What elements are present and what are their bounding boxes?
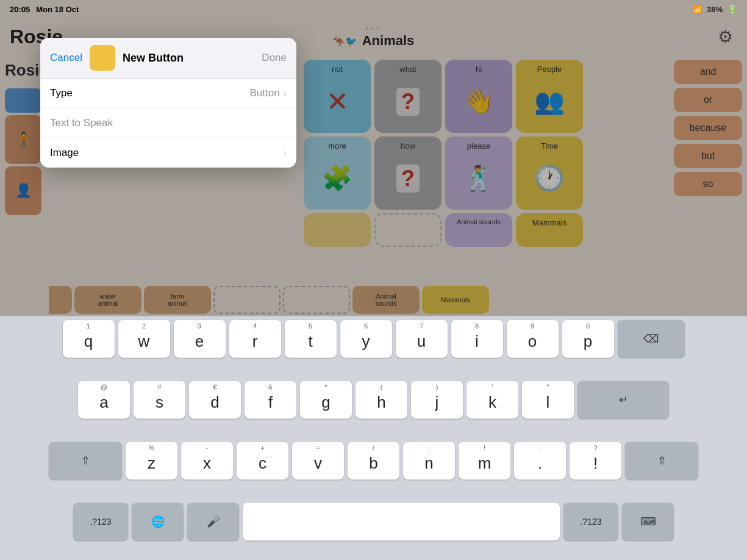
key-return[interactable]: ↵: [577, 381, 669, 419]
key-c[interactable]: +c: [237, 442, 288, 480]
key-d[interactable]: €d: [189, 381, 241, 419]
mic-icon: 🎤: [207, 515, 220, 528]
modal-title: New Button: [123, 52, 262, 65]
shift-right-icon: ⇧: [657, 454, 667, 467]
status-bar: 20:05 Mon 18 Oct 📶 38% 🔋: [0, 0, 747, 18]
key-z[interactable]: %z: [126, 442, 177, 480]
status-right: 📶 38% 🔋: [692, 5, 737, 14]
keyboard-row-3: ⇧ %z -x +c =v /b ;n !m ,. ?! ⇧: [0, 438, 747, 499]
status-time: 20:05: [10, 5, 30, 14]
key-y[interactable]: 6y: [340, 320, 392, 358]
key-a[interactable]: @a: [78, 381, 130, 419]
new-button-modal: Cancel New Button Done Type Button › Ima…: [40, 38, 296, 168]
key-l[interactable]: "l: [522, 381, 574, 419]
key-b[interactable]: /b: [348, 442, 399, 480]
keyboard-row-4: .?123 🌐 🎤 .?123 ⌨: [0, 499, 747, 560]
keyboard: 1q 2w 3e 4r 5t 6y 7u 8i 9o 0p ⌫ @a #s €d…: [0, 316, 747, 560]
key-w[interactable]: 2w: [118, 320, 170, 358]
keyboard-row-1: 1q 2w 3e 4r 5t 6y 7u 8i 9o 0p ⌫: [0, 316, 747, 377]
key-v[interactable]: =v: [292, 442, 344, 480]
num123-right-label: .?123: [580, 517, 601, 526]
type-row[interactable]: Type Button ›: [40, 79, 296, 108]
battery-text: 38%: [707, 5, 723, 14]
done-button[interactable]: Done: [262, 52, 287, 64]
key-j[interactable]: )j: [411, 381, 463, 419]
image-chevron-icon: ›: [284, 147, 287, 158]
key-i[interactable]: 8i: [451, 320, 503, 358]
key-q[interactable]: 1q: [63, 320, 115, 358]
key-n[interactable]: ;n: [403, 442, 455, 480]
num123-left-label: .?123: [90, 517, 111, 526]
globe-icon: 🌐: [151, 515, 165, 528]
battery-icon: 🔋: [727, 5, 737, 14]
key-s[interactable]: #s: [134, 381, 185, 419]
key-shift-left[interactable]: ⇧: [49, 442, 122, 480]
key-num123-left[interactable]: .?123: [73, 503, 128, 541]
color-swatch[interactable]: [90, 45, 115, 71]
key-t[interactable]: 5t: [285, 320, 337, 358]
key-m[interactable]: !m: [459, 442, 510, 480]
key-shift-right[interactable]: ⇧: [625, 442, 698, 480]
text-to-speak-row[interactable]: [40, 108, 296, 138]
key-f[interactable]: &f: [245, 381, 296, 419]
key-p[interactable]: 0p: [562, 320, 614, 358]
keyboard-row-2: @a #s €d &f *g (h )j 'k "l ↵: [0, 377, 747, 438]
key-mic[interactable]: 🎤: [187, 503, 239, 541]
image-row[interactable]: Image ›: [40, 138, 296, 168]
key-period[interactable]: ?!: [570, 442, 621, 480]
key-g[interactable]: *g: [300, 381, 352, 419]
keyboard-icon: ⌨: [640, 515, 656, 528]
key-r[interactable]: 4r: [229, 320, 281, 358]
type-label: Type: [50, 87, 250, 99]
key-o[interactable]: 9o: [507, 320, 559, 358]
modal-header: Cancel New Button Done: [40, 38, 296, 79]
key-h[interactable]: (h: [356, 381, 407, 419]
key-backspace[interactable]: ⌫: [618, 320, 685, 358]
text-to-speak-input[interactable]: [50, 117, 287, 129]
type-chevron-icon: ›: [284, 88, 287, 99]
cancel-button[interactable]: Cancel: [50, 52, 82, 64]
key-k[interactable]: 'k: [466, 381, 518, 419]
key-space[interactable]: [243, 503, 560, 541]
key-globe[interactable]: 🌐: [132, 503, 184, 541]
key-comma[interactable]: ,.: [514, 442, 566, 480]
key-e[interactable]: 3e: [174, 320, 226, 358]
wifi-icon: 📶: [692, 5, 702, 14]
type-value: Button: [250, 87, 280, 99]
image-label: Image: [50, 147, 284, 159]
return-icon: ↵: [619, 393, 628, 406]
key-u[interactable]: 7u: [396, 320, 448, 358]
shift-left-icon: ⇧: [81, 454, 90, 467]
key-x[interactable]: -x: [181, 442, 233, 480]
backspace-icon: ⌫: [643, 332, 659, 346]
status-date: Mon 18 Oct: [36, 5, 79, 14]
key-num123-right[interactable]: .?123: [563, 503, 618, 541]
key-keyboard[interactable]: ⌨: [622, 503, 674, 541]
